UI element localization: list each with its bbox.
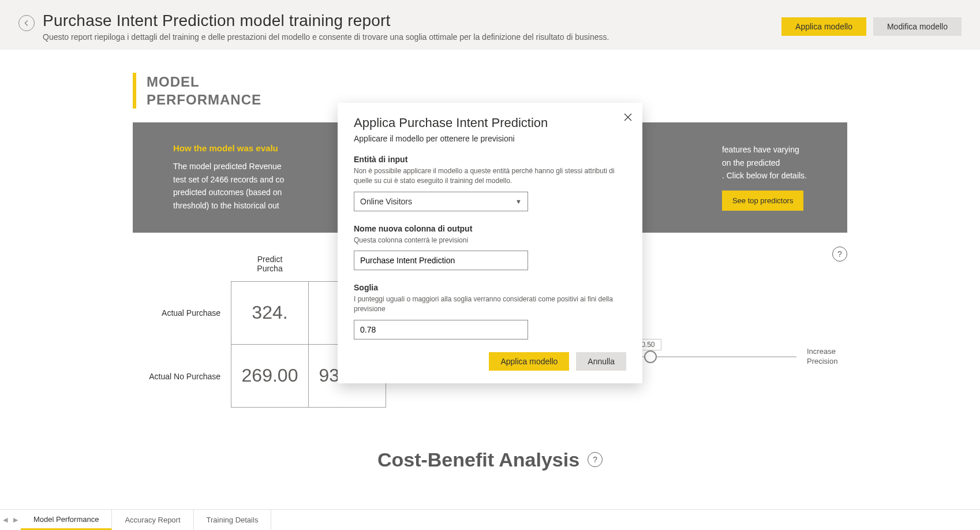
modal-apply-button[interactable]: Applica modello xyxy=(489,352,569,371)
output-column-input[interactable] xyxy=(354,251,528,270)
threshold-input[interactable] xyxy=(354,320,528,339)
output-label: Nome nuova colonna di output xyxy=(354,224,626,233)
apply-model-dialog: Applica Purchase Intent Prediction Appli… xyxy=(338,103,642,383)
entity-select[interactable]: Online Visitors ▼ xyxy=(354,192,528,211)
chevron-down-icon: ▼ xyxy=(515,198,522,205)
modal-title: Applica Purchase Intent Prediction xyxy=(354,115,626,130)
threshold-label: Soglia xyxy=(354,283,626,292)
threshold-desc: I punteggi uguali o maggiori alla soglia… xyxy=(354,294,626,314)
modal-cancel-button[interactable]: Annulla xyxy=(576,352,626,371)
entity-value: Online Visitors xyxy=(360,197,412,206)
entity-label: Entità di input xyxy=(354,155,626,164)
modal-overlay: Applica Purchase Intent Prediction Appli… xyxy=(0,0,980,530)
entity-desc: Non è possibile applicare il modello a q… xyxy=(354,166,626,186)
modal-subtitle: Applicare il modello per ottenere le pre… xyxy=(354,134,626,143)
close-icon[interactable] xyxy=(624,113,632,123)
output-desc: Questa colonna conterrà le previsioni xyxy=(354,236,626,245)
